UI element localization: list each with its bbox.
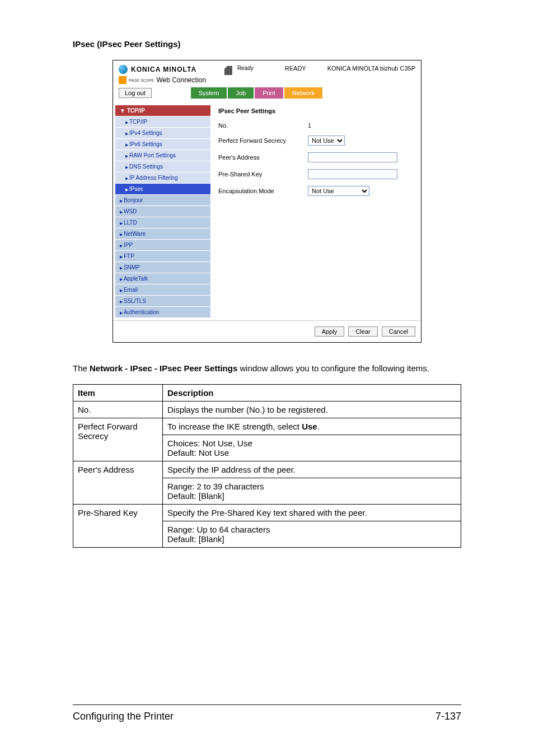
col-desc: Description xyxy=(163,385,461,402)
sidebar-item-ftp[interactable]: FTP xyxy=(115,251,210,262)
value-no: 1 xyxy=(308,122,415,129)
sidebar-item-lltd[interactable]: LLTD xyxy=(115,217,210,228)
sidebar-item-label: LLTD xyxy=(124,220,137,226)
cell-desc: To increase the IKE strength, select Use… xyxy=(163,418,461,435)
sidebar-item-label: IPsec xyxy=(129,186,143,192)
sidebar-item-label: RAW Port Settings xyxy=(129,152,176,158)
intro-paragraph: The Network - IPsec - IPsec Peer Setting… xyxy=(73,363,461,374)
cell-item: Peer's Address xyxy=(73,461,163,505)
label-no: No. xyxy=(218,122,308,129)
cell-item: Pre-Shared Key xyxy=(73,505,163,548)
cell-desc: Range: Up to 64 characters Default: [Bla… xyxy=(163,521,461,548)
sidebar-item-ipv6[interactable]: IPv6 Settings xyxy=(115,139,210,150)
sidebar-item-label: IPv4 Settings xyxy=(129,130,162,136)
txt: Range: 2 to 39 characters xyxy=(167,482,456,491)
sidebar-item-label: IPv6 Settings xyxy=(129,141,162,147)
select-pfs[interactable]: Not Use xyxy=(308,136,345,146)
sidebar-head-tcpip[interactable]: ▼ TCP/IP xyxy=(115,105,210,116)
sidebar-item-ssltls[interactable]: SSL/TLS xyxy=(115,296,210,307)
pagescope-small-label: PAGE SCOPE xyxy=(129,78,154,82)
footer-left: Configuring the Printer xyxy=(73,711,174,722)
sidebar-item-ipp[interactable]: IPP xyxy=(115,240,210,251)
cell-item: Perfect Forward Secrecy xyxy=(73,418,163,461)
sidebar-item-label: Bonjour xyxy=(124,197,143,203)
pagescope-icon xyxy=(119,76,127,84)
tab-print[interactable]: Print xyxy=(255,87,283,99)
sidebar-item-netware[interactable]: NetWare xyxy=(115,228,210,240)
status-small: Ready xyxy=(237,65,254,71)
logout-button[interactable]: Log out xyxy=(119,88,152,98)
content-title: IPsec Peer Settings xyxy=(218,108,415,114)
tab-system[interactable]: System xyxy=(191,87,227,99)
cancel-button[interactable]: Cancel xyxy=(382,326,415,337)
cell-desc: Range: 2 to 39 characters Default: [Blan… xyxy=(163,478,461,505)
sidebar-item-label: NetWare xyxy=(124,231,146,237)
model-label: KONICA MINOLTA bizhub C35P xyxy=(327,65,415,72)
sidebar-item-rawport[interactable]: RAW Port Settings xyxy=(115,150,210,161)
sidebar-item-ipv4[interactable]: IPv4 Settings xyxy=(115,128,210,139)
txt: Range: Up to 64 characters xyxy=(167,525,456,534)
page-footer: Configuring the Printer 7-137 xyxy=(73,704,461,722)
sidebar: ▼ TCP/IP TCP/IP IPv4 Settings IPv6 Setti… xyxy=(113,103,213,320)
txt: To increase the IKE strength, select xyxy=(167,422,302,431)
sidebar-item-bonjour[interactable]: Bonjour xyxy=(115,195,210,206)
label-encap: Encapsulation Mode xyxy=(218,188,308,194)
cell-desc: Specify the Pre-Shared Key text shared w… xyxy=(163,505,461,521)
input-peer-address[interactable] xyxy=(308,152,397,162)
sidebar-item-label: IPP xyxy=(124,242,133,248)
sidebar-item-ipfilter[interactable]: IP Address Filtering xyxy=(115,172,210,184)
para-prefix: The xyxy=(73,363,90,373)
txt: Choices: Not Use, Use xyxy=(167,438,456,448)
label-psk: Pre-Shared Key xyxy=(218,171,308,178)
col-item: Item xyxy=(73,385,163,402)
sidebar-item-dns[interactable]: DNS Settings xyxy=(115,161,210,172)
cell-desc: Choices: Not Use, Use Default: Not Use xyxy=(163,435,461,461)
sidebar-item-ipsec[interactable]: IPsec xyxy=(115,184,210,195)
tab-network[interactable]: Network xyxy=(284,87,322,99)
sidebar-item-label: FTP xyxy=(124,253,134,259)
input-psk[interactable] xyxy=(308,169,397,179)
sidebar-item-email[interactable]: Email xyxy=(115,284,210,296)
footer-right: 7-137 xyxy=(435,711,461,722)
sidebar-item-label: IP Address Filtering xyxy=(129,175,178,181)
sidebar-item-label: DNS Settings xyxy=(129,164,163,170)
label-pfs: Perfect Forward Secrecy xyxy=(218,137,308,144)
sidebar-item-snmp[interactable]: SNMP xyxy=(115,262,210,273)
table-row: No. Displays the number (No.) to be regi… xyxy=(73,402,461,418)
apply-button[interactable]: Apply xyxy=(315,326,345,337)
tab-job[interactable]: Job xyxy=(228,87,254,99)
select-encap[interactable]: Not Use xyxy=(308,186,369,196)
content-pane: IPsec Peer Settings No. 1 Perfect Forwar… xyxy=(213,103,421,320)
sidebar-item-auth[interactable]: Authentication xyxy=(115,307,210,318)
para-bold: Network - IPsec - IPsec Peer Settings xyxy=(90,363,237,373)
para-suffix: window allows you to configure the follo… xyxy=(237,363,429,373)
spec-table: Item Description No. Displays the number… xyxy=(73,384,461,548)
cell-desc: Specify the IP address of the peer. xyxy=(163,461,461,478)
section-title: IPsec (IPsec Peer Settings) xyxy=(73,39,461,49)
sidebar-item-label: WSD xyxy=(124,208,137,214)
sidebar-item-label: Authentication xyxy=(124,309,159,315)
globe-icon xyxy=(119,65,128,74)
label-peer-address: Peer's Address xyxy=(218,154,308,161)
cell-item: No. xyxy=(73,402,163,418)
sidebar-item-wsd[interactable]: WSD xyxy=(115,206,210,217)
txt: Default: [Blank] xyxy=(167,491,456,501)
txt: Default: Not Use xyxy=(167,448,456,458)
embedded-screenshot: KONICA MINOLTA PAGE SCOPE Web Connection… xyxy=(113,60,421,343)
table-row: Peer's Address Specify the IP address of… xyxy=(73,461,461,478)
txt: . xyxy=(317,422,320,431)
table-row: Pre-Shared Key Specify the Pre-Shared Ke… xyxy=(73,505,461,521)
sidebar-item-label: SNMP xyxy=(124,264,140,270)
pagescope-label: Web Connection xyxy=(156,76,206,84)
sidebar-item-appletalk[interactable]: AppleTalk xyxy=(115,273,210,284)
sidebar-item-label: TCP/IP xyxy=(129,119,147,125)
cell-desc: Displays the number (No.) to be register… xyxy=(163,402,461,418)
txt: Default: [Blank] xyxy=(167,534,456,544)
clear-button[interactable]: Clear xyxy=(348,326,377,337)
sidebar-item-label: AppleTalk xyxy=(124,276,148,282)
table-row: Perfect Forward Secrecy To increase the … xyxy=(73,418,461,435)
sidebar-item-tcpip[interactable]: TCP/IP xyxy=(115,116,210,128)
brand-name: KONICA MINOLTA xyxy=(131,66,196,73)
sidebar-item-label: Email xyxy=(124,287,138,293)
sidebar-item-label: SSL/TLS xyxy=(124,298,146,304)
